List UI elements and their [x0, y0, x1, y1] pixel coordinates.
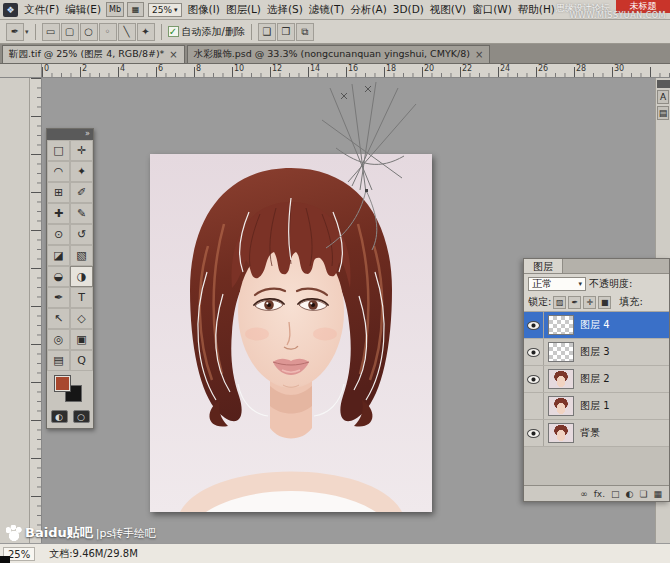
tool-icon[interactable]: ◇	[70, 308, 93, 329]
layers-footer-icon[interactable]: ▦	[653, 489, 662, 499]
menu-item[interactable]: 帮助(H)	[515, 1, 558, 19]
tab-layers[interactable]: 图层	[524, 259, 563, 273]
layers-footer-icon[interactable]: □	[611, 489, 620, 499]
baidu-watermark: Baidu贴吧 |ps转手绘吧	[6, 524, 156, 542]
tool-icon[interactable]: ⊙	[47, 224, 70, 245]
lock-icon[interactable]: ■	[598, 296, 611, 309]
eye-icon	[527, 429, 540, 438]
shape-mode-icon[interactable]: ╲	[118, 23, 136, 41]
divider	[35, 24, 36, 40]
collapsed-panel-icon[interactable]: A	[657, 90, 669, 104]
tool-icon[interactable]: ⊞	[47, 182, 70, 203]
vertical-ruler[interactable]	[30, 78, 42, 543]
ruler-label: 26	[536, 64, 574, 73]
layer-row[interactable]: 图层 4	[524, 312, 669, 339]
ruler-label: 20	[422, 64, 460, 73]
shape-mode-group: ▭▢○◦╲✦	[42, 23, 155, 41]
shape-mode-icon[interactable]: ○	[80, 23, 98, 41]
ruler-labels: 024681012141618202224262830	[42, 64, 650, 77]
tool-icon[interactable]: ✦	[70, 161, 93, 182]
menu-item[interactable]: 3D(D)	[390, 1, 427, 19]
lock-icon[interactable]: ▨	[553, 296, 566, 309]
zoom-level-value: 25%	[152, 5, 172, 15]
layer-row[interactable]: 背景	[524, 420, 669, 447]
layer-row[interactable]: 图层 1	[524, 393, 669, 420]
layers-footer-icon[interactable]: ❏	[639, 489, 647, 499]
tool-icon[interactable]: ◒	[47, 266, 70, 287]
collapsed-panel-icon[interactable]: ▤	[657, 106, 669, 120]
ruler-label: 14	[308, 64, 346, 73]
tool-icon[interactable]: ▧	[70, 245, 93, 266]
tool-icon[interactable]: ✚	[47, 203, 70, 224]
menu-item[interactable]: 编辑(E)	[62, 1, 104, 19]
tool-icon[interactable]: ◎	[47, 329, 70, 350]
visibility-toggle[interactable]	[524, 420, 544, 446]
auto-add-delete-checkbox[interactable]: ✓	[168, 26, 179, 37]
zoom-level-control[interactable]: 25%▾	[148, 3, 182, 17]
close-icon[interactable]: ×	[169, 49, 177, 60]
menu-item[interactable]: 视图(V)	[427, 1, 469, 19]
menu-item[interactable]: 选择(S)	[264, 1, 306, 19]
eye-icon	[527, 375, 540, 384]
layers-footer-icon[interactable]: ◐	[626, 489, 634, 499]
document-tab[interactable]: 水彩服饰.psd @ 33.3% (nongcunanquan yingshui…	[187, 45, 491, 63]
tool-icon[interactable]: ▤	[47, 350, 70, 371]
path-operation-icon[interactable]: ❑	[258, 23, 276, 41]
layers-footer-icon[interactable]: ∞	[580, 489, 588, 499]
path-operation-icon[interactable]: ❒	[277, 23, 295, 41]
ruler-label: 8	[194, 64, 232, 73]
layers-footer-icon[interactable]: fx.	[594, 489, 605, 499]
tool-icon[interactable]: ✐	[70, 182, 93, 203]
menu-item[interactable]: 图层(L)	[223, 1, 264, 19]
pen-tool-preset-icon[interactable]: ✒	[6, 23, 24, 41]
layer-row[interactable]: 图层 3	[524, 339, 669, 366]
foreground-color-swatch[interactable]	[54, 375, 71, 392]
bridge-icon[interactable]: Mb	[106, 2, 124, 17]
shape-mode-icon[interactable]: ✦	[137, 23, 155, 41]
tool-icon[interactable]: ◪	[47, 245, 70, 266]
dock-handle[interactable]	[657, 80, 670, 88]
shape-mode-icon[interactable]: ▭	[42, 23, 60, 41]
tool-icon[interactable]: ◠	[47, 161, 70, 182]
menu-item[interactable]: 窗口(W)	[469, 1, 515, 19]
chevron-down-icon: ▾	[174, 6, 178, 14]
menu-item[interactable]: 文件(F)	[21, 1, 62, 19]
tool-icon[interactable]: □	[47, 140, 70, 161]
lock-icon[interactable]: ✒	[568, 296, 581, 309]
ruler-label: 2	[80, 64, 118, 73]
document-tab[interactable]: 靳园.tif @ 25% (图层 4, RGB/8#)* ×	[2, 45, 185, 63]
shape-mode-icon[interactable]: ◦	[99, 23, 117, 41]
path-operation-icon[interactable]: ⧉	[296, 23, 314, 41]
document-tab-bar: 靳园.tif @ 25% (图层 4, RGB/8#)* × 水彩服饰.psd …	[0, 44, 670, 64]
blend-mode-dropdown[interactable]: 正常 ▾	[528, 277, 586, 291]
watermark-sub: |ps转手绘吧	[96, 526, 156, 541]
tool-icon[interactable]: ◑	[70, 266, 93, 287]
menu-item[interactable]: 图像(I)	[185, 1, 223, 19]
horizontal-ruler[interactable]: 024681012141618202224262830	[42, 64, 670, 78]
lock-icon[interactable]: ✛	[583, 296, 596, 309]
palette-collapse-handle[interactable]: »	[47, 129, 93, 140]
canvas[interactable]	[150, 154, 432, 512]
tool-icon[interactable]: ✒	[47, 287, 70, 308]
screen-mode-icon[interactable]: ○	[73, 410, 90, 423]
tool-icon[interactable]: ↺	[70, 224, 93, 245]
close-icon[interactable]: ×	[475, 49, 483, 60]
screen-mode-icon[interactable]: ◐	[51, 410, 68, 423]
view-extras-icon[interactable]: ▦	[127, 2, 144, 17]
menu-item[interactable]: 滤镜(T)	[306, 1, 348, 19]
shape-mode-icon[interactable]: ▢	[61, 23, 79, 41]
tool-icon[interactable]: T	[70, 287, 93, 308]
tool-icon[interactable]: Q	[70, 350, 93, 371]
visibility-toggle[interactable]	[524, 312, 544, 338]
tool-icon[interactable]: ✛	[70, 140, 93, 161]
layer-row[interactable]: 图层 2	[524, 366, 669, 393]
visibility-toggle[interactable]	[524, 366, 544, 392]
document-tab-label: 靳园.tif @ 25% (图层 4, RGB/8#)*	[9, 48, 164, 61]
tool-icon[interactable]: ↖	[47, 308, 70, 329]
layer-name: 图层 2	[578, 372, 610, 386]
tool-icon[interactable]: ▣	[70, 329, 93, 350]
visibility-toggle[interactable]	[524, 339, 544, 365]
menu-item[interactable]: 分析(A)	[347, 1, 389, 19]
tool-icon[interactable]: ✎	[70, 203, 93, 224]
visibility-toggle[interactable]	[524, 393, 544, 419]
